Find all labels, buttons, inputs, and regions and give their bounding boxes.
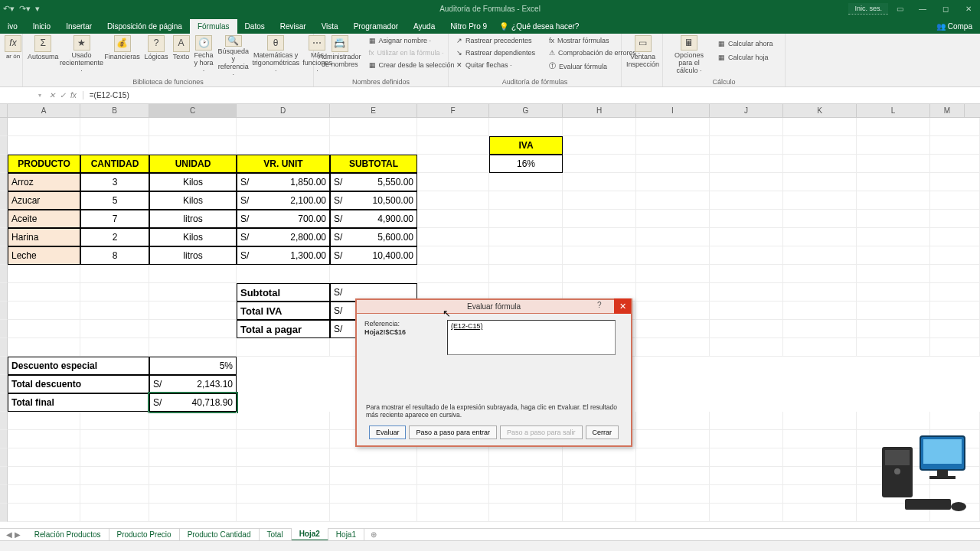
cell-J17[interactable] — [710, 412, 783, 430]
cell-C3[interactable]: UNIDAD — [149, 155, 237, 173]
cell-K13[interactable] — [783, 338, 857, 357]
cell-M1[interactable] — [930, 118, 980, 136]
sheet-tab[interactable]: Total — [260, 529, 292, 540]
trace-precedents-button[interactable]: ↗ Rastrear precedentes — [453, 35, 538, 46]
cell-A10[interactable] — [8, 283, 80, 302]
col-F[interactable]: F — [417, 104, 489, 117]
cell-I22[interactable] — [636, 504, 710, 522]
cell-M7[interactable] — [930, 228, 980, 246]
cell-E20[interactable] — [330, 467, 417, 485]
cell-B7[interactable]: 2 — [80, 228, 149, 246]
cell-K19[interactable] — [783, 448, 857, 467]
col-E[interactable]: E — [330, 104, 417, 117]
cell-B11[interactable] — [80, 302, 149, 320]
cell-E7[interactable]: S/5,600.00 — [330, 228, 417, 246]
trace-dependents-button[interactable]: ↘ Rastrear dependientes — [453, 47, 538, 58]
name-manager-button[interactable]: 📇Administrador de nombres — [318, 35, 361, 75]
cell-E3[interactable]: SUBTOTAL — [330, 155, 417, 173]
insert-function-button[interactable]: fxar ón — [5, 35, 21, 75]
cell-C17[interactable] — [149, 412, 237, 430]
cell-G3[interactable]: 16% — [489, 155, 563, 173]
minimize-icon[interactable]: — — [911, 0, 934, 17]
cell-J5[interactable] — [710, 191, 783, 210]
cell-K21[interactable] — [783, 485, 857, 504]
add-sheet-icon[interactable]: ⊕ — [364, 530, 383, 539]
cell-M2[interactable] — [930, 136, 980, 155]
cell-D9[interactable] — [237, 265, 330, 283]
cell-B22[interactable] — [80, 504, 149, 522]
cell-D21[interactable] — [237, 485, 330, 504]
cell-E4[interactable]: S/5,550.00 — [330, 173, 417, 191]
cell-G19[interactable] — [489, 448, 563, 467]
tab-revisar[interactable]: Revisar — [273, 19, 314, 34]
cell-D20[interactable] — [237, 467, 330, 485]
col-H[interactable]: H — [563, 104, 636, 117]
cell-J18[interactable] — [710, 430, 783, 448]
cell-D6[interactable]: S/700.00 — [237, 210, 330, 228]
cell-L7[interactable] — [857, 228, 930, 246]
cell-J13[interactable] — [710, 338, 783, 357]
cell-B12[interactable] — [80, 320, 149, 338]
cell-F8[interactable] — [417, 246, 489, 265]
cell-L4[interactable] — [857, 173, 930, 191]
cell-J9[interactable] — [710, 265, 783, 283]
cell-D4[interactable]: S/1,850.00 — [237, 173, 330, 191]
tell-me[interactable]: 💡¿Qué desea hacer? — [495, 19, 583, 34]
cell-I6[interactable] — [636, 210, 710, 228]
calc-options-button[interactable]: 🖩Opciones para el cálculo · — [668, 35, 710, 75]
tab-programador[interactable]: Programador — [346, 19, 406, 34]
cell-I17[interactable] — [636, 412, 710, 430]
cell-L1[interactable] — [857, 118, 930, 136]
col-C[interactable]: C — [149, 104, 237, 117]
cell-M5[interactable] — [930, 191, 980, 210]
cell-D5[interactable]: S/2,100.00 — [237, 191, 330, 210]
cell-D18[interactable] — [237, 430, 330, 448]
cell-L5[interactable] — [857, 191, 930, 210]
cell-F4[interactable] — [417, 173, 489, 191]
cell-D11[interactable]: Total IVA — [237, 302, 330, 320]
cell-K10[interactable] — [783, 283, 857, 302]
financial-button[interactable]: 💰Financieras — [105, 35, 140, 75]
step-in-button[interactable]: Paso a paso para entrar — [409, 425, 497, 439]
cell-C12[interactable] — [149, 320, 237, 338]
cell-G1[interactable] — [489, 118, 563, 136]
cell-G21[interactable] — [489, 485, 563, 504]
cell-C6[interactable]: litros — [149, 210, 237, 228]
signin-button[interactable]: Inic. ses. — [848, 3, 888, 15]
cell-M3[interactable] — [930, 155, 980, 173]
cell-C19[interactable] — [149, 448, 237, 467]
cell-B10[interactable] — [80, 283, 149, 302]
cell-H6[interactable] — [563, 210, 636, 228]
cell-I20[interactable] — [636, 467, 710, 485]
dialog-close-icon[interactable]: ✕ — [614, 298, 631, 314]
cell-G4[interactable] — [489, 173, 563, 191]
lookup-button[interactable]: 🔍Búsqueda y referencia · — [218, 35, 250, 75]
cell-E8[interactable]: S/10,400.00 — [330, 246, 417, 265]
cell-J11[interactable] — [710, 302, 783, 320]
select-all-corner[interactable] — [0, 104, 8, 117]
tab-formulas[interactable]: Fórmulas — [190, 19, 237, 34]
fx-icon[interactable]: fx — [70, 91, 77, 99]
cell-I5[interactable] — [636, 191, 710, 210]
cell-B13[interactable] — [80, 338, 149, 357]
cell-G9[interactable] — [489, 265, 563, 283]
cell-G22[interactable] — [489, 504, 563, 522]
cell-G2[interactable]: IVA — [489, 136, 563, 155]
cell-J4[interactable] — [710, 173, 783, 191]
cell-I3[interactable] — [636, 155, 710, 173]
cell-K8[interactable] — [783, 246, 857, 265]
cell-K7[interactable] — [783, 228, 857, 246]
enter-fx-icon[interactable]: ✓ — [60, 91, 66, 99]
cell-M4[interactable] — [930, 173, 980, 191]
cell-F9[interactable] — [417, 265, 489, 283]
cell-C13[interactable] — [149, 338, 237, 357]
cell-B8[interactable]: 8 — [80, 246, 149, 265]
date-button[interactable]: 🕑Fecha y hora · — [194, 35, 214, 75]
tab-nitro[interactable]: Nitro Pro 9 — [443, 19, 495, 34]
cell-B2[interactable] — [80, 136, 149, 155]
cell-I11[interactable] — [636, 302, 710, 320]
cell-G20[interactable] — [489, 467, 563, 485]
cell-H3[interactable] — [563, 155, 636, 173]
cell-E6[interactable]: S/4,900.00 — [330, 210, 417, 228]
cell-K6[interactable] — [783, 210, 857, 228]
